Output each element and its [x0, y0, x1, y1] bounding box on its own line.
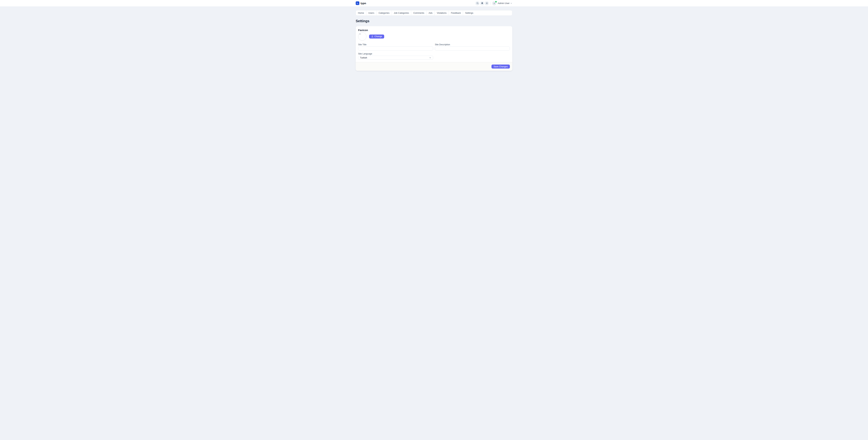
broken-image-icon	[359, 33, 361, 35]
site-description-field: Site Description	[435, 43, 510, 50]
nav-item-job-categories[interactable]: Job Categories	[392, 10, 411, 15]
chevron-down-icon	[510, 2, 512, 4]
nav-item-violations[interactable]: Violations	[435, 10, 449, 15]
favicon-section-title: Favicon	[358, 29, 510, 32]
main-content: Home Users Categories Job Categories Com…	[356, 10, 512, 71]
nav-item-feedback[interactable]: Feedback	[449, 10, 463, 15]
site-title-field: Site Title	[358, 43, 433, 50]
nav-item-comments[interactable]: Comments	[411, 10, 427, 15]
save-changes-label: Save Changes	[494, 65, 508, 68]
site-title-label: Site Title	[358, 43, 433, 46]
user-menu[interactable]: A Admin User	[492, 1, 512, 5]
brand-name: typn	[361, 2, 366, 5]
brand[interactable]: typn	[356, 1, 366, 5]
favicon-image-preview	[358, 32, 367, 41]
upload-icon	[371, 35, 373, 38]
sun-icon	[486, 2, 488, 4]
header-divider	[490, 2, 491, 5]
card-footer: Save Changes	[356, 62, 512, 71]
site-description-input[interactable]	[435, 46, 510, 50]
site-title-input[interactable]	[358, 46, 433, 50]
notifications-button[interactable]	[480, 1, 484, 5]
nav-item-categories[interactable]: Categories	[376, 10, 392, 15]
nav-item-settings[interactable]: Settings	[463, 10, 475, 15]
site-language-value: Turkish	[360, 57, 367, 59]
site-description-label: Site Description	[435, 43, 510, 46]
app-header: typn	[0, 0, 868, 7]
main-nav: Home Users Categories Job Categories Com…	[356, 10, 512, 15]
search-icon	[476, 2, 478, 4]
avatar-initial: A	[494, 2, 495, 4]
site-language-field: Site Language Turkish	[358, 53, 433, 60]
change-favicon-button[interactable]: Change	[369, 35, 384, 38]
nav-item-ads[interactable]: Ads	[427, 10, 435, 15]
save-changes-button[interactable]: Save Changes	[492, 65, 510, 69]
online-status-dot	[495, 1, 497, 2]
page-title: Settings	[356, 19, 512, 23]
terminal-logo-icon	[356, 1, 359, 5]
change-favicon-label: Change	[374, 35, 382, 38]
select-chevron-down-icon	[429, 57, 431, 59]
site-language-select[interactable]: Turkish	[358, 56, 433, 60]
site-language-label: Site Language	[358, 53, 433, 55]
user-name: Admin User	[498, 2, 509, 4]
settings-card: Favicon	[356, 26, 512, 71]
nav-item-home[interactable]: Home	[356, 10, 366, 15]
avatar: A	[492, 1, 496, 5]
nav-item-users[interactable]: Users	[366, 10, 376, 15]
theme-toggle-button[interactable]	[485, 1, 489, 5]
bell-icon	[481, 2, 483, 4]
search-button[interactable]	[475, 1, 479, 5]
